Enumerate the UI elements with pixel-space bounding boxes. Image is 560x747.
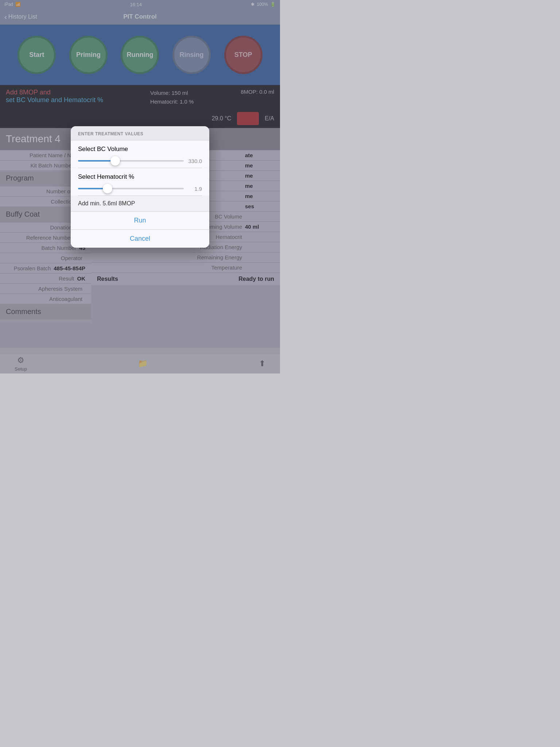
modal-actions: Run Cancel: [71, 211, 209, 248]
hematocrit-slider-track[interactable]: [78, 188, 184, 189]
bc-volume-section-label: Select BC Volume: [78, 146, 202, 153]
add-mop-text: Add min. 5.6ml 8MOP: [71, 196, 209, 211]
bc-volume-slider-thumb[interactable]: [110, 156, 120, 166]
hematocrit-slider-thumb[interactable]: [103, 184, 112, 193]
hematocrit-slider-row: 1.9: [78, 186, 202, 192]
bc-volume-slider-row: 330.0: [78, 158, 202, 164]
hematocrit-section-label: Select Hematocrit %: [78, 173, 202, 181]
bc-volume-section: Select BC Volume 330.0: [71, 140, 209, 168]
bc-volume-slider-track[interactable]: [78, 160, 184, 162]
hematocrit-slider-value: 1.9: [187, 186, 202, 192]
modal-header: ENTER TREATMENT VALUES: [71, 126, 209, 140]
hematocrit-section: Select Hematocrit % 1.9: [71, 168, 209, 196]
modal-overlay: ENTER TREATMENT VALUES Select BC Volume …: [0, 0, 280, 374]
run-button[interactable]: Run: [71, 212, 209, 230]
cancel-button[interactable]: Cancel: [71, 230, 209, 248]
bc-volume-slider-fill: [78, 160, 115, 162]
modal-dialog: ENTER TREATMENT VALUES Select BC Volume …: [71, 126, 209, 248]
bc-volume-slider-value: 330.0: [187, 158, 202, 164]
